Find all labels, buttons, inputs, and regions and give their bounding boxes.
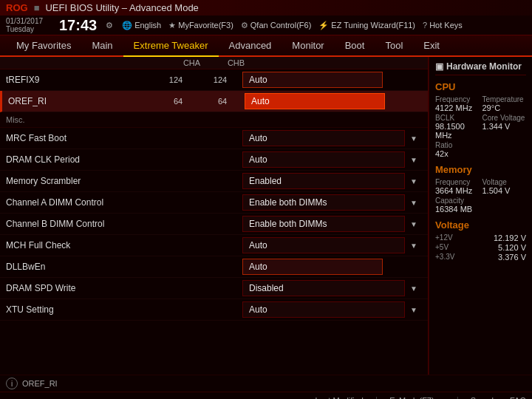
nav-boot[interactable]: Boot	[335, 35, 375, 55]
xtu-setting-select[interactable]: Auto	[242, 301, 405, 318]
v12-label: +12V	[435, 233, 453, 242]
v12-value: 12.192 V	[494, 233, 526, 242]
bottom-description: OREF_RI	[22, 379, 58, 388]
cpu-temp-value: 29°C	[482, 103, 527, 112]
voltage-section-title: Voltage	[435, 219, 526, 231]
table-row[interactable]: MRC Fast Boot Auto ▼	[0, 128, 428, 149]
nav-extreme-tweaker[interactable]: Extreme Tweaker	[123, 35, 219, 57]
date-time: 01/31/2017 Tuesday	[6, 17, 50, 33]
language-link[interactable]: 🌐 English	[122, 21, 161, 30]
day: Tuesday	[6, 25, 50, 33]
table-row[interactable]: Memory Scrambler Enabled ▼	[0, 171, 428, 192]
monitor-icon: ▣	[435, 61, 443, 72]
row-value-input[interactable]	[245, 93, 385, 109]
dropdown-wrap	[242, 259, 422, 275]
row-label: DLLBwEn	[6, 262, 154, 272]
info-bar: 01/31/2017 Tuesday 17:43 ⚙ 🌐 English ★ M…	[0, 16, 532, 35]
channel-b-dimm-select[interactable]: Enable both DIMMs	[242, 216, 405, 232]
dropdown-wrap: Auto ▼	[242, 130, 422, 146]
mrc-fast-boot-select[interactable]: Auto	[242, 130, 405, 146]
dllbwen-input[interactable]	[242, 259, 383, 275]
chevron-down-icon: ▼	[410, 134, 417, 143]
table-header: CHA CHB	[0, 57, 428, 69]
dram-clk-select[interactable]: Auto	[242, 151, 405, 168]
table-row[interactable]: Channel B DIMM Control Enable both DIMMs…	[0, 214, 428, 235]
chevron-down-icon: ▼	[410, 177, 417, 185]
table-row[interactable]: Channel A DIMM Control Enable both DIMMs…	[0, 192, 428, 214]
mem-volt-label: Voltage	[482, 178, 527, 186]
row-label: Channel B DIMM Control	[6, 219, 154, 229]
cpu-section-title: CPU	[435, 81, 526, 92]
nav-exit[interactable]: Exit	[413, 35, 450, 55]
cpu-freq-group: Frequency 4122 MHz	[435, 95, 480, 112]
mem-cap-label: Capacity	[435, 197, 480, 205]
dropdown-wrap: Auto ▼	[242, 151, 422, 168]
nav-main[interactable]: Main	[81, 35, 123, 55]
hotkeys-link[interactable]: ? Hot Keys	[423, 21, 463, 30]
voltage-grid: +12V 12.192 V +5V 5.120 V +3.3V 3.376 V	[435, 233, 526, 262]
nav-advanced[interactable]: Advanced	[219, 35, 282, 55]
table-row[interactable]: MCH Full Check Auto ▼	[0, 235, 428, 256]
cpu-freq-value: 4122 MHz	[435, 103, 480, 112]
table-row[interactable]: tREFIX9 124 124	[0, 69, 428, 91]
status-bar: Last Modified | EzMode(F7) → | Search on…	[0, 392, 532, 399]
table-row[interactable]: DLLBwEn	[0, 256, 428, 278]
left-panel: CHA CHB tREFIX9 124 124 OREF_RI 64 64 Mi…	[0, 57, 429, 375]
nav-my-favorites[interactable]: My Favorites	[6, 35, 81, 55]
table-row-selected[interactable]: OREF_RI 64 64	[0, 91, 428, 112]
row-label: Channel A DIMM Control	[6, 197, 154, 208]
row-value-wrap	[242, 72, 422, 88]
fan-icon: ⚙	[241, 21, 248, 30]
dropdown-wrap: Enable both DIMMs ▼	[242, 216, 422, 232]
mch-full-check-select[interactable]: Auto	[242, 237, 405, 253]
dropdown-wrap: Auto ▼	[242, 237, 422, 253]
globe-icon: 🌐	[122, 21, 132, 30]
row-label: tREFIX9	[6, 75, 154, 85]
settings-icon[interactable]: ⚙	[106, 21, 113, 30]
mem-freq-value: 3664 MHz	[435, 186, 480, 195]
divider: |	[375, 395, 378, 400]
ez-mode-button[interactable]: EzMode(F7) →	[389, 396, 445, 400]
qfan-link[interactable]: ⚙ Qfan Control(F6)	[241, 21, 312, 30]
mem-cap-group: Capacity 16384 MB	[435, 197, 480, 214]
hardware-monitor-panel: ▣ Hardware Monitor CPU Frequency 4122 MH…	[429, 57, 532, 375]
v33-row: +3.3V 3.376 V	[435, 253, 526, 262]
search-faq-link[interactable]: Search on FAQ	[471, 396, 526, 400]
hw-monitor-title: ▣ Hardware Monitor	[435, 61, 526, 75]
cpu-temp-group: Temperature 29°C	[482, 95, 527, 112]
chevron-down-icon: ▼	[410, 199, 417, 207]
row-value-input[interactable]	[242, 72, 383, 88]
divider: |	[457, 395, 459, 400]
memory-scrambler-select[interactable]: Enabled	[242, 173, 405, 189]
cpu-grid: Frequency 4122 MHz Temperature 29°C BCLK…	[435, 95, 526, 158]
table-row[interactable]: DRAM CLK Period Auto ▼	[0, 149, 428, 171]
ez-mode-label: EzMode(F7)	[389, 396, 434, 400]
clock: 17:43	[59, 17, 97, 33]
col-chb: CHB	[214, 58, 259, 67]
hotkeys-label: Hot Keys	[429, 21, 463, 30]
rog-logo: ROG	[6, 2, 28, 13]
chevron-down-icon: ▼	[410, 220, 417, 228]
myfavorite-link[interactable]: ★ MyFavorite(F3)	[168, 21, 233, 30]
dram-spd-write-select[interactable]: Disabled	[242, 280, 405, 296]
mem-volt-value: 1.504 V	[482, 186, 527, 195]
nav-monitor[interactable]: Monitor	[282, 35, 334, 55]
nav-tool[interactable]: Tool	[375, 35, 413, 55]
cpu-corev-label: Core Voltage	[482, 114, 527, 122]
row-label: DRAM CLK Period	[6, 154, 154, 165]
ez-tuning-link[interactable]: ⚡ EZ Tuning Wizard(F11)	[318, 21, 415, 30]
title-separator: ■	[34, 2, 40, 13]
chevron-down-icon: ▼	[410, 242, 417, 250]
info-icon: i	[6, 378, 18, 389]
memory-grid: Frequency 3664 MHz Voltage 1.504 V Capac…	[435, 178, 526, 214]
row-label: Memory Scrambler	[6, 176, 154, 186]
date: 01/31/2017	[6, 17, 50, 25]
v5-row: +5V 5.120 V	[435, 243, 526, 252]
table-row[interactable]: DRAM SPD Write Disabled ▼	[0, 278, 428, 299]
lightning-icon: ⚡	[318, 21, 329, 30]
table-row[interactable]: XTU Setting Auto ▼	[0, 299, 428, 321]
row-label: MRC Fast Boot	[6, 133, 154, 143]
cpu-ratio-value: 42x	[435, 149, 480, 158]
v12-row: +12V 12.192 V	[435, 233, 526, 242]
channel-a-dimm-select[interactable]: Enable both DIMMs	[242, 194, 405, 211]
